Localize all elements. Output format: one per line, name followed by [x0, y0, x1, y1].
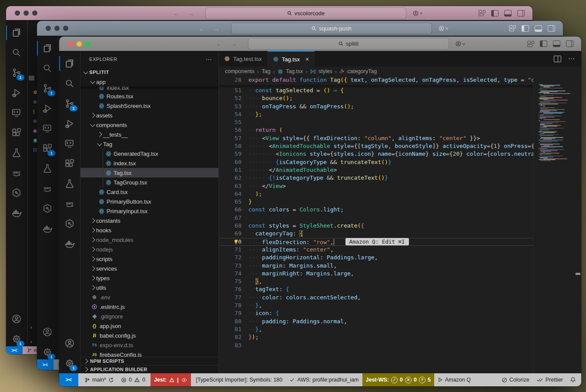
close-button[interactable] [15, 10, 20, 16]
history-nav[interactable]: ←→ [216, 40, 237, 47]
toggle-secondary-sidebar-icon[interactable] [566, 40, 573, 47]
toggle-secondary-sidebar-icon[interactable] [548, 25, 555, 32]
folder-services[interactable]: services [80, 264, 218, 273]
file-generatedtag.tsx[interactable]: GeneratedTag.tsx [80, 149, 218, 158]
layout-controls[interactable] [527, 40, 573, 47]
toggle-panel-icon[interactable] [535, 25, 542, 32]
amazon-q-status[interactable]: Amazon Q [434, 373, 474, 386]
aws-status[interactable]: AWS: profile:pradhul_iam [286, 373, 362, 386]
prettier-status[interactable]: Prettier [533, 373, 566, 386]
file-.gitignore[interactable]: .gitignore [80, 312, 218, 321]
remote-indicator[interactable]: >< [6, 346, 23, 354]
folder-scripts[interactable]: scripts [80, 254, 218, 264]
code-line-69[interactable]: 69··categoryTag: { [219, 230, 533, 238]
code-line-53[interactable]: 53····onTagPress && onTagPress(); [219, 103, 533, 111]
file-.env[interactable]: .env [80, 292, 218, 302]
vscode-window-front[interactable]: ←→ splitit v 1aws1 EXPLORER ⋯ SPLITITapp… [59, 37, 581, 386]
tab-tag-test[interactable]: Tag.test.tsx [219, 51, 268, 67]
branch-status[interactable]: main* [81, 373, 117, 386]
debug-icon[interactable] [59, 114, 80, 134]
aws-icon[interactable]: aws [6, 163, 27, 183]
file-index.tsx[interactable]: index.tsx [80, 158, 218, 168]
jest-ws-status[interactable]: Jest-WS: ✓ 0 ✕ 0 ? 5 [362, 373, 434, 386]
code-line-51[interactable]: 51··const tagSelected = () ⇒ { [219, 87, 533, 94]
testing-icon[interactable] [6, 143, 27, 163]
customize-layout-icon[interactable] [479, 10, 486, 16]
minimize-button[interactable] [77, 41, 82, 47]
code-line-57[interactable]: 57····<View style={{ flexDirection: "col… [219, 134, 533, 142]
breadcrumb-item[interactable]: styles [318, 68, 332, 74]
code-line-74[interactable]: 74····marginRight: Margins.large, [219, 270, 533, 278]
code-line-62[interactable]: 62······{!isCategoryType && truncateText… [219, 174, 533, 182]
folder-constants[interactable]: constants [80, 216, 218, 225]
command-center-search[interactable]: vscolorcode [205, 7, 406, 19]
traffic-lights[interactable] [68, 41, 90, 47]
titlebar-middle[interactable]: ←→ squash-push v [37, 21, 563, 36]
code-lines[interactable]: 51··const tagSelected = () ⇒ {52····boun… [219, 85, 533, 349]
scm-icon[interactable]: 1 [6, 63, 27, 83]
colorize-status[interactable]: Colorize [498, 373, 533, 386]
code-line-64[interactable]: 64··); [219, 190, 533, 198]
titlebar-front[interactable]: ←→ splitit v [59, 37, 581, 51]
toggle-primary-sidebar-icon[interactable] [522, 25, 529, 32]
aws-icon[interactable]: aws [59, 194, 80, 214]
profile-menu[interactable]: v [455, 40, 465, 47]
zoom-button[interactable] [85, 41, 90, 47]
code-line-73[interactable]: 73····margin: Margins.small, [219, 262, 533, 270]
code-line-52[interactable]: 52····bounce(); [219, 94, 533, 102]
extensions-icon[interactable]: 1 [37, 138, 58, 158]
code-line-81[interactable]: 81··}, [219, 325, 533, 333]
toggle-panel-icon[interactable] [553, 40, 560, 47]
ts-importer-status[interactable]: [TypeScript Importer]: Symbols: 180 [193, 373, 286, 386]
code-line-82[interactable]: 82}); [219, 333, 533, 341]
layout-controls[interactable] [509, 25, 555, 32]
code-line-76[interactable]: 76··tagText: { [219, 285, 533, 293]
docker-icon[interactable] [37, 218, 58, 238]
close-button[interactable] [68, 41, 73, 47]
toggle-primary-sidebar-icon[interactable] [540, 40, 547, 47]
customize-layout-icon[interactable] [527, 41, 534, 47]
split-editor-icon[interactable] [554, 56, 561, 62]
code-line-75[interactable]: 75··}, [219, 278, 533, 285]
code-line-63[interactable]: 63····</View> [219, 182, 533, 190]
profile-menu[interactable]: v [412, 10, 422, 17]
breadcrumb-item[interactable]: categoryTag [347, 68, 377, 74]
remote-icon[interactable] [59, 134, 80, 154]
forward-arrow-icon[interactable]: → [230, 40, 237, 47]
extensions-icon[interactable] [59, 154, 80, 174]
scrollbar-thumb[interactable] [576, 273, 580, 275]
files-icon[interactable] [37, 38, 58, 58]
account-icon[interactable] [59, 333, 80, 353]
testing-icon[interactable] [59, 174, 80, 194]
testing-icon[interactable] [37, 158, 58, 178]
code-line-60[interactable]: 60········{isCategoryType && truncateTex… [219, 158, 533, 166]
profile-menu[interactable]: v [438, 25, 448, 32]
folder-hooks[interactable]: hooks [80, 225, 218, 235]
file-babel.config.js[interactable]: Bbabel.config.js [80, 331, 218, 340]
back-arrow-icon[interactable]: ← [199, 25, 205, 32]
code-line-66[interactable]: 66const colors = Colors.light; [219, 206, 533, 214]
file-tag.tsx[interactable]: Tag.tsx [80, 168, 218, 178]
folder-assets[interactable]: assets [80, 111, 218, 120]
code-line-67[interactable]: 67 [219, 214, 533, 222]
zoom-button[interactable] [63, 26, 68, 31]
toggle-primary-sidebar-icon[interactable] [491, 10, 499, 17]
npm-scripts-panel[interactable]: NPM SCRIPTS [80, 357, 218, 365]
code-line-59[interactable]: 59········<Ionicons style={styles.icon} … [219, 150, 533, 158]
search-icon[interactable] [37, 58, 58, 78]
collapsed-chevron[interactable]: › [30, 325, 32, 330]
files-icon[interactable] [6, 23, 27, 43]
folder-node_modules[interactable]: node_modules [80, 235, 218, 245]
minimize-button[interactable] [23, 10, 29, 16]
code-line-58[interactable]: 58······<AnimatedTouchable style={[tagSt… [219, 142, 533, 150]
code-line-56[interactable]: 56··return ( [219, 126, 533, 134]
command-center-search[interactable]: squash-push [231, 23, 432, 34]
code-line-80[interactable]: 80····padding: Paddings.normal, [219, 318, 533, 325]
file-routes.tsx[interactable]: Routes.tsx [80, 91, 218, 101]
code-line-71[interactable]: 71····alignItems: "center", [219, 246, 533, 254]
code-line-70[interactable]: 70····flexDirection: "row",Amazon Q: Edi… [219, 238, 533, 246]
hex-icon[interactable] [59, 214, 80, 234]
code-line-55[interactable]: 55 [219, 118, 533, 126]
account-icon[interactable] [6, 309, 27, 329]
problems-status[interactable]: 0 0 [117, 373, 149, 386]
